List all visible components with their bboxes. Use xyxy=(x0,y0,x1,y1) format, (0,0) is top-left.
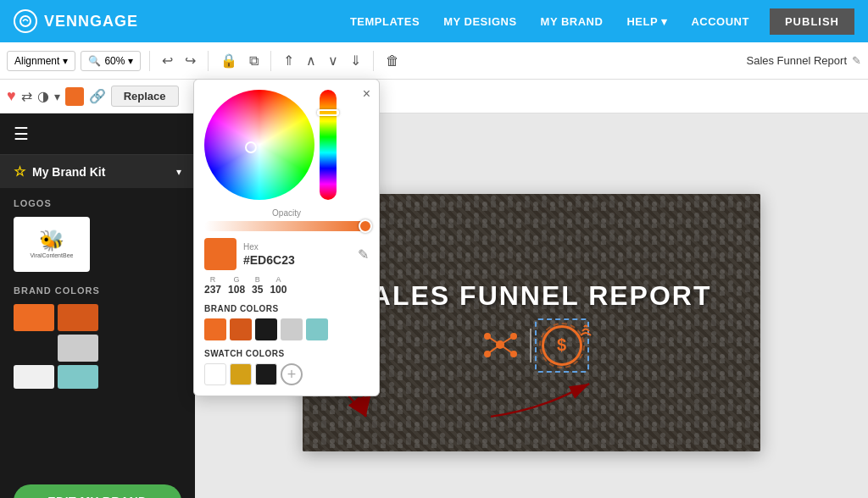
brand-colors-picker: BRAND COLORS SWATCH COLORS + xyxy=(204,304,369,385)
zoom-chevron: ▾ xyxy=(128,55,133,67)
brand-colors-label: BRAND COLORS xyxy=(14,285,181,296)
undo-icon[interactable]: ↩ xyxy=(159,51,176,70)
delete-icon[interactable]: 🗑 xyxy=(382,52,403,70)
picker-brand-colors-label: BRAND COLORS xyxy=(204,304,369,313)
nav-my-brand[interactable]: MY BRAND xyxy=(541,15,604,28)
hex-area: Hex #ED6C23 xyxy=(243,242,351,267)
r-label: R xyxy=(204,275,221,284)
move-up-icon[interactable]: ⇑ xyxy=(280,51,298,70)
brand-color-black[interactable] xyxy=(14,335,54,362)
hamburger-menu[interactable]: ☰ xyxy=(0,113,195,155)
alignment-dropdown[interactable]: Alignment ▾ xyxy=(7,51,75,71)
icon-toolbar: ♥ ⇄ ◑ ▾ 🔗 Replace xyxy=(0,80,868,113)
down-icon[interactable]: ∨ xyxy=(325,51,342,70)
svg-line-11 xyxy=(487,336,500,345)
hex-label: Hex xyxy=(243,242,351,252)
logo-box: 🐝 ViralContentBee xyxy=(14,217,90,272)
add-swatch-button[interactable]: + xyxy=(281,363,303,385)
swatch-white[interactable] xyxy=(204,363,226,385)
opacity-cursor xyxy=(359,219,372,233)
toolbar: Alignment ▾ 🔍 60% ▾ ↩ ↪ 🔒 ⧉ ⇑ ∧ ∨ ⇓ 🗑 Sa… xyxy=(0,42,868,80)
search-icon: 🔍 xyxy=(88,55,101,67)
network-icon xyxy=(481,326,520,364)
b-value[interactable]: 35 xyxy=(252,284,263,296)
logos-label: LOGOS xyxy=(14,198,181,208)
color-preview xyxy=(204,238,236,270)
redo-icon[interactable]: ↪ xyxy=(181,51,199,70)
nav-my-designs[interactable]: MY DESIGNS xyxy=(443,15,516,28)
nav-account[interactable]: ACCOUNT xyxy=(691,15,749,28)
brand-kit-left: ☆ My Brand Kit xyxy=(14,163,105,180)
logo-bee-icon: 🐝 xyxy=(31,229,74,252)
brand-kit-header[interactable]: ☆ My Brand Kit ▾ xyxy=(0,155,195,188)
picker-swatch-gray[interactable] xyxy=(281,318,303,340)
brand-color-gray[interactable] xyxy=(58,335,98,362)
separator-3 xyxy=(270,51,271,71)
picker-swatch-teal[interactable] xyxy=(306,318,328,340)
picker-swatch-black[interactable] xyxy=(255,318,277,340)
slide-divider xyxy=(530,329,531,362)
edit-brand-button[interactable]: EDIT MY BRAND xyxy=(14,484,181,498)
move-down-icon[interactable]: ⇓ xyxy=(347,51,364,70)
logo-icon xyxy=(14,9,37,33)
alignment-label: Alignment xyxy=(14,55,59,67)
contrast-icon[interactable]: ◑ xyxy=(37,88,49,104)
heart-icon[interactable]: ♥ xyxy=(7,87,16,105)
contrast-dropdown[interactable]: ▾ xyxy=(54,90,60,103)
svg-line-13 xyxy=(487,345,500,354)
hue-gradient xyxy=(320,90,337,200)
swatch-gold[interactable] xyxy=(230,363,252,385)
close-button[interactable]: × xyxy=(363,86,370,102)
a-label: A xyxy=(270,275,287,284)
color-wheel[interactable] xyxy=(204,90,314,200)
r-value[interactable]: 237 xyxy=(204,284,221,296)
separator-2 xyxy=(208,51,209,71)
sidebar: ☰ ☆ My Brand Kit ▾ LOGOS 🐝 ViralContentB… xyxy=(0,113,195,498)
g-label: G xyxy=(228,275,245,284)
picker-swatch-orange[interactable] xyxy=(204,318,226,340)
edit-title-icon[interactable]: ✎ xyxy=(852,54,861,67)
hex-edit-icon[interactable]: ✎ xyxy=(358,246,369,263)
zoom-value: 60% xyxy=(104,55,125,67)
color-picker-popup: × Opacity Hex #ED6C23 ✎ xyxy=(193,79,380,396)
a-value[interactable]: 100 xyxy=(270,284,287,296)
swatch-dark[interactable] xyxy=(255,363,277,385)
dollar-sign: $ xyxy=(557,335,566,355)
hex-value[interactable]: #ED6C23 xyxy=(243,253,351,267)
nav-templates[interactable]: TEMPLATES xyxy=(350,15,420,28)
opacity-bar[interactable] xyxy=(204,221,369,231)
replace-button[interactable]: Replace xyxy=(111,86,179,107)
brand-colors-section: BRAND COLORS xyxy=(14,285,181,389)
brand-color-row-1 xyxy=(14,304,181,331)
svg-line-14 xyxy=(500,345,514,354)
color-indicator[interactable] xyxy=(65,87,84,106)
rgba-b: B 35 xyxy=(252,275,263,296)
slide-title: SALES FUNNEL REPORT xyxy=(352,280,712,312)
search-zoom-area[interactable]: 🔍 60% ▾ xyxy=(81,51,141,71)
nav-help[interactable]: HELP ▾ xyxy=(626,15,667,28)
brand-color-dark-orange[interactable] xyxy=(58,304,98,331)
separator-1 xyxy=(149,51,150,71)
brand-swatches xyxy=(204,318,369,340)
rgba-r: R 237 xyxy=(204,275,221,296)
slide-icons: $ xyxy=(481,325,582,366)
hue-bar[interactable] xyxy=(320,90,337,200)
brand-color-light[interactable] xyxy=(14,365,54,389)
brand-kit-label: My Brand Kit xyxy=(32,165,105,179)
hamburger-icon: ☰ xyxy=(14,125,29,143)
publish-button[interactable]: PUBLISH xyxy=(770,8,854,35)
logos-section: LOGOS 🐝 ViralContentBee xyxy=(14,198,181,272)
logo-bee-text: ViralContentBee xyxy=(31,252,74,259)
picker-swatch-dark-orange[interactable] xyxy=(230,318,252,340)
swap-icon[interactable]: ⇄ xyxy=(21,88,32,104)
up-icon[interactable]: ∧ xyxy=(303,51,320,70)
hue-cursor xyxy=(317,109,339,116)
brand-color-orange[interactable] xyxy=(14,304,54,331)
g-value[interactable]: 108 xyxy=(228,284,245,296)
link-icon[interactable]: 🔗 xyxy=(89,88,106,104)
color-wheel-cursor[interactable] xyxy=(245,141,257,153)
save-icon[interactable]: 🔒 xyxy=(217,51,241,70)
logo-text: VENNGAGE xyxy=(44,13,138,30)
copy-icon[interactable]: ⧉ xyxy=(246,52,262,70)
brand-color-teal[interactable] xyxy=(58,365,98,389)
